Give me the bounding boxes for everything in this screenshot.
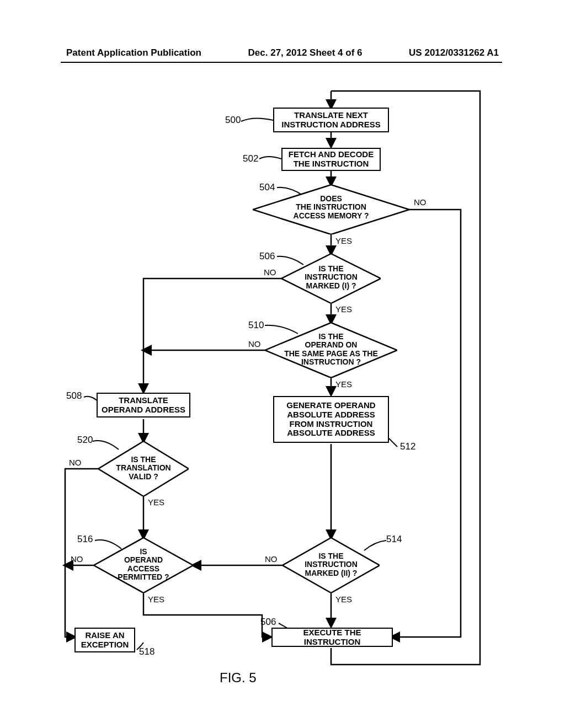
box-508-text: TRANSLATEOPERAND ADDRESS xyxy=(102,396,185,415)
diamond-514: IS THEINSTRUCTIONMARKED (II) ? xyxy=(282,538,380,593)
diamond-510-text: IS THEOPERAND ONTHE SAME PAGE AS THEINST… xyxy=(281,333,381,367)
ref-504: 504 xyxy=(259,182,275,193)
diamond-516: ISOPERANDACCESSPERMITTED ? xyxy=(94,538,193,593)
box-500-text: TRANSLATE NEXTINSTRUCTION ADDRESS xyxy=(281,111,380,130)
diamond-510: IS THEOPERAND ONTHE SAME PAGE AS THEINST… xyxy=(265,323,397,378)
box-translate-operand: TRANSLATEOPERAND ADDRESS xyxy=(97,393,190,417)
ref-512: 512 xyxy=(400,441,415,452)
ref-506: 506 xyxy=(259,251,275,262)
header-center: Dec. 27, 2012 Sheet 4 of 6 xyxy=(248,47,363,58)
header-left: Patent Application Publication xyxy=(66,47,201,58)
edge-510-no: NO xyxy=(248,339,261,349)
box-512-text: GENERATE OPERANDABSOLUTE ADDRESSFROM INS… xyxy=(286,401,375,438)
ref-510: 510 xyxy=(248,320,264,331)
box-generate-operand-absolute: GENERATE OPERANDABSOLUTE ADDRESSFROM INS… xyxy=(273,396,389,443)
ref-516: 516 xyxy=(77,534,93,545)
page-header: Patent Application Publication Dec. 27, … xyxy=(0,47,565,58)
edge-506-no: NO xyxy=(264,267,276,277)
figure-label: FIG. 5 xyxy=(220,670,257,686)
edge-520-yes: YES xyxy=(148,497,164,507)
box-execute-instruction: EXECUTE THE INSTRUCTION xyxy=(271,628,393,647)
edge-504-no: NO xyxy=(414,197,427,207)
diamond-506: IS THEINSTRUCTIONMARKED (I) ? xyxy=(281,254,381,303)
edge-516-no: NO xyxy=(71,554,83,564)
edge-516-yes: YES xyxy=(148,595,164,604)
diamond-516-text: ISOPERANDACCESSPERMITTED ? xyxy=(113,548,174,582)
ref-520: 520 xyxy=(77,435,93,446)
header-rule xyxy=(61,62,502,63)
edge-514-yes: YES xyxy=(335,595,352,604)
edge-510-yes: YES xyxy=(335,379,352,389)
ref-508: 508 xyxy=(66,390,82,402)
ref-514: 514 xyxy=(386,534,402,545)
diamond-520: IS THETRANSLATIONVALID ? xyxy=(98,441,189,496)
header-right: US 2012/0331262 A1 xyxy=(409,47,499,58)
box-502-text: FETCH AND DECODETHE INSTRUCTION xyxy=(289,150,374,169)
edge-504-yes: YES xyxy=(335,236,352,245)
diamond-506-text: IS THEINSTRUCTIONMARKED (I) ? xyxy=(298,265,364,290)
ref-502: 502 xyxy=(243,153,258,164)
flowchart-canvas: TRANSLATE NEXTINSTRUCTION ADDRESS FETCH … xyxy=(0,77,565,717)
box-raise-exception: RAISE ANEXCEPTION xyxy=(74,628,135,652)
edge-520-no: NO xyxy=(69,458,82,467)
diamond-504: DOESTHE INSTRUCTIONACCESS MEMORY ? xyxy=(253,185,409,234)
box-translate-next-instruction: TRANSLATE NEXTINSTRUCTION ADDRESS xyxy=(273,108,389,132)
ref-500: 500 xyxy=(225,115,241,126)
box-exec-text: EXECUTE THE INSTRUCTION xyxy=(276,628,388,647)
box-fetch-decode: FETCH AND DECODETHE INSTRUCTION xyxy=(281,148,381,171)
box-518-text: RAISE ANEXCEPTION xyxy=(81,631,129,650)
ref-518: 518 xyxy=(139,646,154,657)
diamond-520-text: IS THETRANSLATIONVALID ? xyxy=(113,456,174,481)
edge-506-yes: YES xyxy=(335,304,352,314)
diamond-514-text: IS THEINSTRUCTIONMARKED (II) ? xyxy=(297,552,365,577)
diamond-504-text: DOESTHE INSTRUCTIONACCESS MEMORY ? xyxy=(286,195,376,220)
edge-514-no: NO xyxy=(265,554,278,564)
ref-506b: 506 xyxy=(260,617,276,628)
